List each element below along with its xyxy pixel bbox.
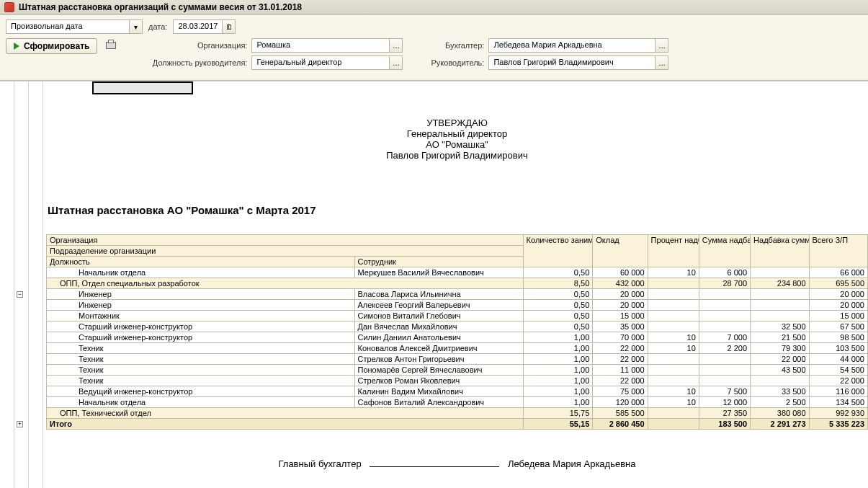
manager-title-input[interactable]: Генеральный директор … <box>251 56 403 70</box>
ellipsis-icon[interactable]: … <box>389 56 402 69</box>
cell-bamt <box>751 300 809 311</box>
cell-position: Старший инженер-конструктор <box>47 332 355 343</box>
manager-label: Руководитель: <box>423 58 484 67</box>
cell-bsum <box>699 365 750 376</box>
table-row[interactable]: МонтажникСимонов Виталий Глебович0,5015 … <box>47 311 868 321</box>
cell-sal: 11 000 <box>593 365 648 376</box>
totals-salary: 2 860 450 <box>593 419 648 430</box>
generate-button[interactable]: Сформировать <box>6 38 97 54</box>
cell-pct <box>648 321 699 332</box>
table-row[interactable]: ОПП, Технический отдел15,75585 50027 350… <box>47 408 868 419</box>
table-row[interactable]: ИнженерВласова Лариса Ильинична0,5020 00… <box>47 289 868 300</box>
approve-line3: АО "Ромашка" <box>46 139 868 150</box>
header-bonus-pct: Процент надбавки <box>648 235 699 267</box>
header-subdiv: Подразделение организации <box>47 246 524 257</box>
cell-sal: 75 000 <box>593 386 648 397</box>
cell-sal: 20 000 <box>593 289 648 300</box>
ellipsis-icon[interactable]: … <box>389 39 402 52</box>
cell-pct <box>648 408 699 419</box>
date-label: дата: <box>148 22 167 31</box>
cell-employee: Стрелков Антон Григорьевич <box>354 354 523 365</box>
table-row[interactable]: ОПП, Отдел специальных разработок8,50432… <box>47 278 868 289</box>
cell-tot: 15 000 <box>809 311 867 321</box>
cell-tot: 67 500 <box>809 321 867 332</box>
cell-cnt: 1,00 <box>523 376 593 386</box>
org-input[interactable]: Ромашка … <box>251 38 403 53</box>
ellipsis-icon[interactable]: … <box>655 56 668 69</box>
cell-sal: 70 000 <box>593 332 648 343</box>
cell-cnt: 1,00 <box>523 397 593 408</box>
chevron-down-icon[interactable]: ▾ <box>129 20 142 33</box>
cell-bamt: 33 500 <box>751 386 809 397</box>
table-row[interactable]: ТехникСтрелков Роман Яковлевич1,0022 000… <box>47 376 868 386</box>
manager-input[interactable]: Павлов Григорий Владимирович … <box>488 56 668 70</box>
cell-sal: 60 000 <box>593 267 648 278</box>
cell-cnt: 1,00 <box>523 386 593 397</box>
cell-pct <box>648 354 699 365</box>
table-row[interactable]: Старший инженер-конструкторДан Вячеслав … <box>47 321 868 332</box>
cell-tot: 20 000 <box>809 300 867 311</box>
cell-bsum: 6 000 <box>699 267 750 278</box>
cell-cnt: 1,00 <box>523 343 593 354</box>
signature-role: Главный бухгалтер <box>278 458 361 469</box>
cell-employee: Симонов Виталий Глебович <box>354 311 523 321</box>
title-bar: Штатная расстановка организаций с суммам… <box>0 0 868 15</box>
cell-bamt: 79 300 <box>751 343 809 354</box>
accountant-input[interactable]: Лебедева Мария Аркадьевна … <box>488 38 668 53</box>
table-row[interactable]: ТехникКоновалов Алексей Дмитриевич1,0022… <box>47 343 868 354</box>
date-input[interactable]: 28.03.2017 🗓 <box>173 19 236 34</box>
print-button[interactable] <box>103 38 119 53</box>
table-row[interactable]: ИнженерАлексеев Георгий Валерьевич0,5020… <box>47 300 868 311</box>
tree-expand-icon[interactable]: + <box>17 421 23 427</box>
table-row[interactable]: ТехникПономарёв Сергей Вячеславович1,001… <box>47 365 868 376</box>
cell-pct <box>648 311 699 321</box>
cell-cnt: 0,50 <box>523 321 593 332</box>
cell-position: Техник <box>47 365 355 376</box>
table-row[interactable]: Старший инженер-конструкторСилин Даниил … <box>47 332 868 343</box>
cell-employee: Меркушев Василий Вячеславович <box>354 267 523 278</box>
table-row[interactable]: ТехникСтрелков Антон Григорьевич1,0022 0… <box>47 354 868 365</box>
cell-sal: 432 000 <box>593 278 648 289</box>
accountant-value: Лебедева Мария Аркадьевна <box>489 39 655 52</box>
header-employee: Сотрудник <box>354 257 523 267</box>
cell-tot: 116 000 <box>809 386 867 397</box>
cell-bamt: 22 000 <box>751 354 809 365</box>
window-title: Штатная расстановка организаций с суммам… <box>19 2 302 12</box>
cell-position: Инженер <box>47 300 355 311</box>
table-row[interactable]: Начальник отделаСафонов Виталий Александ… <box>47 397 868 408</box>
cell-cnt: 0,50 <box>523 267 593 278</box>
cell-tot: 134 500 <box>809 397 867 408</box>
cell-tot: 98 500 <box>809 332 867 343</box>
cell-position: Начальник отдела <box>47 267 355 278</box>
app-icon <box>4 2 14 12</box>
cell-cnt: 0,50 <box>523 300 593 311</box>
header-count: Количество занимаемых ставок <box>523 235 593 267</box>
manager-value: Павлов Григорий Владимирович <box>489 56 655 69</box>
table-row[interactable]: Начальник отделаМеркушев Василий Вячесла… <box>47 267 868 278</box>
generate-button-label: Сформировать <box>24 41 89 51</box>
toolbar: Произвольная дата ▾ дата: 28.03.2017 🗓 С… <box>0 15 868 81</box>
cell-sal: 22 000 <box>593 376 648 386</box>
selected-cell[interactable] <box>92 81 193 94</box>
cell-bamt: 380 080 <box>751 408 809 419</box>
cell-sal: 22 000 <box>593 343 648 354</box>
document-title: Штатная расстановка АО "Ромашка" с Марта… <box>46 175 868 234</box>
cell-tot: 20 000 <box>809 289 867 300</box>
ellipsis-icon[interactable]: … <box>655 39 668 52</box>
cell-bsum: 7 500 <box>699 386 750 397</box>
cell-sal: 120 000 <box>593 397 648 408</box>
cell-cnt: 1,00 <box>523 354 593 365</box>
table-body: Начальник отделаМеркушев Василий Вячесла… <box>47 267 868 419</box>
tree-collapse-icon[interactable]: − <box>17 291 23 298</box>
date-value: 28.03.2017 <box>174 20 222 33</box>
cell-tot: 22 000 <box>809 376 867 386</box>
calendar-icon[interactable]: 🗓 <box>222 20 235 33</box>
org-value: Ромашка <box>252 39 389 52</box>
cell-pct <box>648 365 699 376</box>
cell-sal: 585 500 <box>593 408 648 419</box>
cell-pct: 10 <box>648 343 699 354</box>
date-mode-dropdown[interactable]: Произвольная дата ▾ <box>6 19 143 34</box>
cell-cnt: 1,00 <box>523 365 593 376</box>
table-row[interactable]: Ведущий инженер-конструкторКалинин Вадим… <box>47 386 868 397</box>
spreadsheet[interactable]: УТВЕРЖДАЮ Генеральный директор АО "Ромаш… <box>46 81 868 488</box>
